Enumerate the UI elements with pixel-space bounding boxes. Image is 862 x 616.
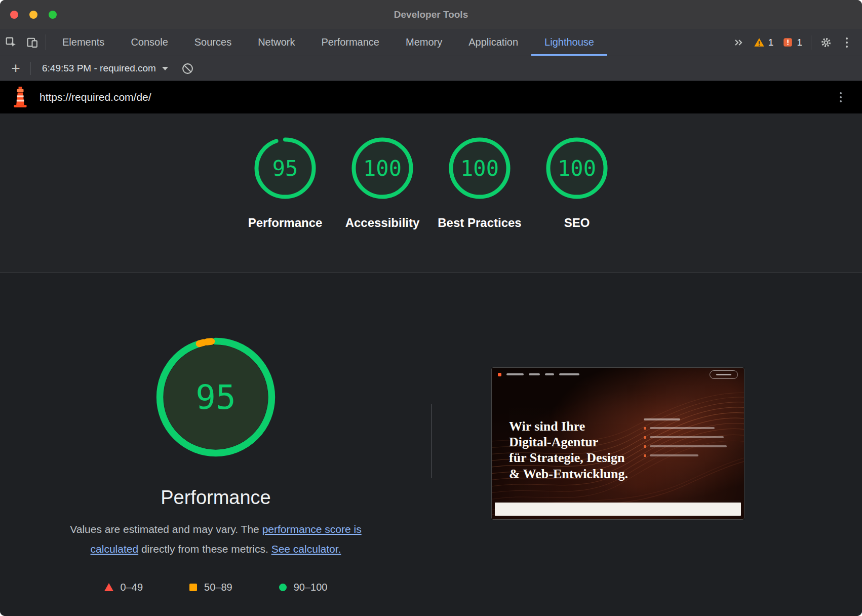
kebab-menu-icon[interactable]	[831, 92, 851, 102]
legend-range: 0–49	[121, 582, 143, 593]
thumbnail-list-skeleton	[644, 418, 727, 457]
thumbnail-bottom-banner	[495, 503, 741, 516]
lighthouse-toolbar: + 6:49:53 PM - required.com	[0, 56, 862, 81]
more-tabs-chevron-icon[interactable]	[728, 36, 749, 49]
plus-icon[interactable]: +	[5, 61, 26, 76]
performance-score: 95	[253, 136, 318, 201]
tab-lighthouse[interactable]: Lighthouse	[531, 29, 607, 56]
legend-average: 50–89	[189, 582, 232, 593]
tab-console[interactable]: Console	[117, 29, 181, 56]
performance-big-gauge[interactable]: 95	[152, 334, 279, 460]
tabbar-right-controls: 1 1	[728, 29, 862, 56]
seo-gauge: 100	[544, 136, 609, 201]
category-best-practices[interactable]: 100 Best Practices	[435, 136, 524, 273]
report-run-selector[interactable]: 6:49:53 PM - required.com	[42, 63, 168, 74]
close-button[interactable]	[10, 11, 18, 19]
see-calculator-link[interactable]: See calculator.	[271, 543, 341, 555]
legend-range: 90–100	[294, 582, 328, 593]
orange-square-icon	[189, 584, 197, 591]
devtools-window: Developer Tools Elements Console Sources…	[0, 0, 862, 616]
toolbar-divider	[30, 62, 31, 75]
performance-gauge: 95	[253, 136, 318, 201]
report-url-bar: https://required.com/de/	[0, 81, 862, 113]
performance-heading: Performance	[161, 487, 271, 509]
heading-line: Digital-Agentur	[509, 434, 628, 450]
category-label: Accessibility	[345, 215, 420, 231]
accessibility-score: 100	[350, 136, 415, 201]
accessibility-gauge: 100	[350, 136, 415, 201]
legend-range: 50–89	[204, 582, 232, 593]
heading-line: für Strategie, Design	[509, 450, 628, 466]
panel-tabs: Elements Console Sources Network Perform…	[49, 29, 607, 56]
performance-detail-column: 95 Performance Values are estimated and …	[0, 273, 432, 616]
seo-score: 100	[544, 136, 609, 201]
red-triangle-icon	[104, 583, 113, 591]
toolbar-divider	[46, 34, 46, 50]
tab-network[interactable]: Network	[245, 29, 308, 56]
tab-elements[interactable]: Elements	[49, 29, 117, 56]
category-label: SEO	[564, 215, 590, 231]
category-seo[interactable]: 100 SEO	[532, 136, 621, 273]
category-performance[interactable]: 95 Performance	[241, 136, 330, 273]
device-toolbar-icon[interactable]	[21, 29, 43, 56]
score-summary: 95 Performance 100 Accessibility 100 Bes…	[0, 113, 862, 273]
block-icon[interactable]	[177, 62, 199, 75]
score-legend: 0–49 50–89 90–100	[104, 582, 328, 593]
gear-icon[interactable]	[815, 36, 837, 49]
warning-triangle-icon	[754, 37, 765, 48]
chevron-down-icon	[162, 67, 168, 70]
category-accessibility[interactable]: 100 Accessibility	[338, 136, 427, 273]
legend-fail: 0–49	[104, 582, 143, 593]
screenshot-column: Wir sind Ihre Digital-Agentur für Strate…	[432, 273, 862, 616]
best-practices-score: 100	[447, 136, 512, 201]
page-screenshot-thumbnail: Wir sind Ihre Digital-Agentur für Strate…	[491, 367, 745, 520]
traffic-lights	[10, 0, 57, 29]
performance-section: 95 Performance Values are estimated and …	[0, 273, 862, 616]
warning-count: 1	[768, 37, 774, 48]
heading-line: & Web-Entwicklung.	[509, 466, 628, 482]
issue-count: 1	[797, 37, 802, 48]
description-text: Values are estimated and may vary. The	[70, 523, 262, 535]
green-circle-icon	[279, 584, 287, 591]
tab-sources[interactable]: Sources	[181, 29, 245, 56]
issues-icon	[782, 37, 793, 48]
site-heading: Wir sind Ihre Digital-Agentur für Strate…	[509, 418, 628, 482]
best-practices-gauge: 100	[447, 136, 512, 201]
category-label: Performance	[248, 215, 323, 231]
legend-pass: 90–100	[279, 582, 328, 593]
tab-performance[interactable]: Performance	[308, 29, 393, 56]
window-title: Developer Tools	[0, 9, 862, 20]
lighthouse-logo	[11, 87, 29, 108]
tab-memory[interactable]: Memory	[393, 29, 455, 56]
performance-big-score: 95	[152, 334, 279, 460]
toolbar-divider	[811, 35, 811, 50]
cta-pill-button	[710, 370, 738, 379]
category-label: Best Practices	[438, 215, 521, 231]
issues-badge[interactable]: 1	[782, 37, 802, 48]
report-url: https://required.com/de/	[40, 91, 151, 103]
thumbnail-nav-skeleton	[492, 368, 744, 381]
run-selector-label: 6:49:53 PM - required.com	[42, 63, 156, 74]
description-text: directly from these metrics.	[138, 543, 271, 555]
warnings-badge[interactable]: 1	[754, 37, 774, 48]
site-logo	[498, 373, 501, 376]
heading-line: Wir sind Ihre	[509, 418, 628, 434]
minimize-button[interactable]	[29, 11, 37, 19]
tab-application[interactable]: Application	[455, 29, 531, 56]
zoom-button[interactable]	[49, 11, 57, 19]
titlebar: Developer Tools	[0, 0, 862, 29]
devtools-tabbar: Elements Console Sources Network Perform…	[0, 29, 862, 56]
performance-description: Values are estimated and may vary. The p…	[54, 520, 378, 559]
kebab-menu-icon[interactable]	[837, 37, 857, 48]
inspect-element-icon[interactable]	[0, 29, 21, 56]
